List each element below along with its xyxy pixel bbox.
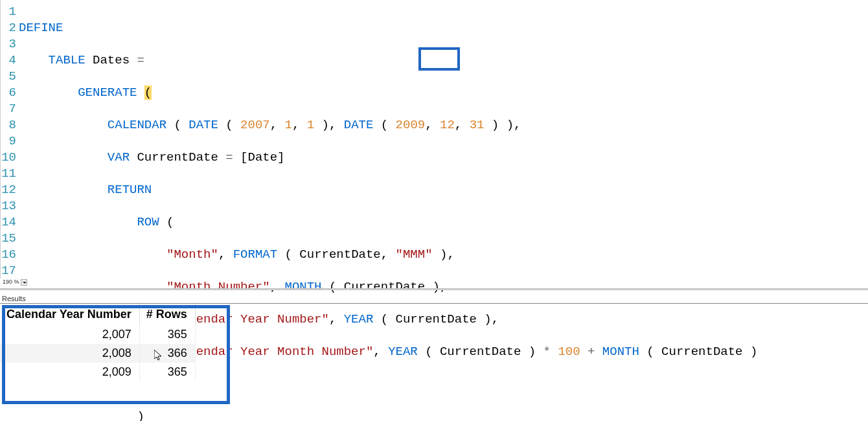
code-editor[interactable]: 1 2 3 4 5 6 7 8 9 10 11 12 13 14 15 16 1…: [0, 0, 868, 279]
zoom-value: 190 %: [3, 279, 19, 285]
code-line[interactable]: "Month Number", MONTH ( CurrentDate ),: [19, 279, 868, 295]
line-number: 1: [1, 4, 16, 20]
code-line[interactable]: VAR CurrentDate = [Date]: [19, 150, 868, 166]
table-header-row: Calendar Year Number # Rows: [0, 304, 195, 325]
line-gutter: 1 2 3 4 5 6 7 8 9 10 11 12 13 14 15 16 1…: [1, 0, 19, 279]
line-number: 13: [1, 198, 16, 214]
column-header[interactable]: Calendar Year Number: [0, 304, 139, 325]
results-panel: Calendar Year Number # Rows 2,007 365 2,…: [0, 303, 868, 421]
table-row[interactable]: 2,007 365: [0, 325, 195, 344]
code-line[interactable]: TABLE Dates =: [19, 52, 868, 69]
line-number: 15: [1, 231, 16, 247]
results-tab[interactable]: Results: [0, 295, 26, 302]
table-row[interactable]: 2,009 365: [0, 363, 195, 381]
line-number: 12: [1, 182, 16, 198]
code-area[interactable]: DEFINE TABLE Dates = GENERATE ( CALENDAR…: [19, 0, 868, 279]
line-number: 10: [1, 150, 16, 166]
cell-rows[interactable]: 365: [139, 325, 195, 344]
line-number: 9: [1, 133, 16, 150]
line-number: 7: [1, 101, 16, 117]
line-number: 17: [1, 263, 16, 279]
panel-divider[interactable]: [0, 288, 868, 290]
code-line[interactable]: DEFINE: [19, 20, 868, 36]
line-number: 16: [1, 247, 16, 263]
zoom-dropdown-icon[interactable]: [21, 279, 27, 286]
cell-year[interactable]: 2,009: [0, 363, 139, 381]
line-number: 4: [1, 52, 16, 69]
code-line[interactable]: CALENDAR ( DATE ( 2007, 1, 1 ), DATE ( 2…: [19, 117, 868, 133]
results-table[interactable]: Calendar Year Number # Rows 2,007 365 2,…: [0, 304, 196, 381]
zoom-control[interactable]: 190 %: [0, 279, 27, 286]
line-number: 6: [1, 85, 16, 101]
code-line[interactable]: "Month", FORMAT ( CurrentDate, "MMM" ),: [19, 247, 868, 263]
code-line[interactable]: GENERATE (: [19, 85, 868, 101]
code-line[interactable]: ROW (: [19, 214, 868, 231]
line-number: 3: [1, 36, 16, 52]
line-number: 11: [1, 166, 16, 182]
cell-rows[interactable]: 366: [139, 344, 195, 363]
line-number: 5: [1, 69, 16, 85]
table-row[interactable]: 2,008 366: [0, 344, 195, 363]
cell-year[interactable]: 2,007: [0, 325, 139, 344]
code-line[interactable]: RETURN: [19, 182, 868, 198]
line-number: 2: [1, 20, 16, 36]
cell-year[interactable]: 2,008: [0, 344, 139, 363]
line-number: 14: [1, 214, 16, 231]
cell-rows[interactable]: 365: [139, 363, 195, 381]
line-number: 8: [1, 117, 16, 133]
column-header[interactable]: # Rows: [139, 304, 195, 325]
